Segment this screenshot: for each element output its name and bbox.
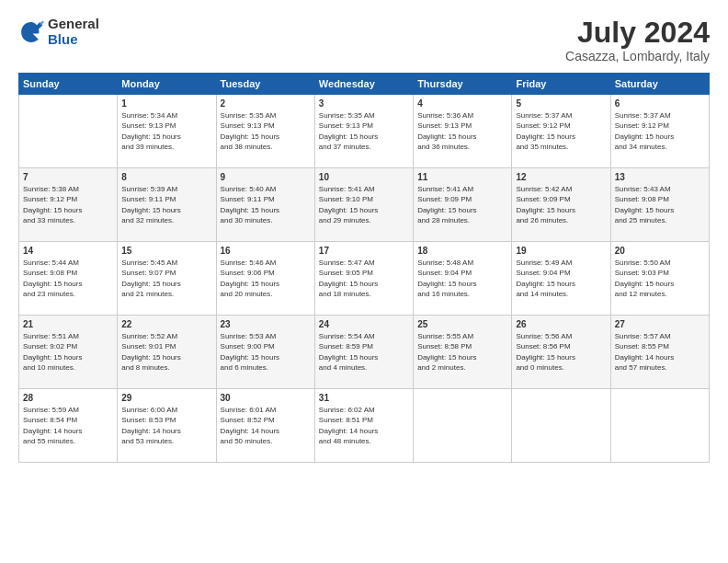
day-info: Sunrise: 5:41 AM Sunset: 9:09 PM Dayligh…	[417, 184, 507, 225]
calendar-cell	[414, 389, 512, 463]
day-info: Sunrise: 5:59 AM Sunset: 8:54 PM Dayligh…	[23, 405, 113, 446]
day-number: 9	[221, 172, 311, 182]
header-row: SundayMondayTuesdayWednesdayThursdayFrid…	[19, 74, 710, 95]
day-number: 13	[615, 172, 705, 182]
day-info: Sunrise: 5:52 AM Sunset: 9:01 PM Dayligh…	[121, 331, 211, 373]
day-info: Sunrise: 5:37 AM Sunset: 9:12 PM Dayligh…	[615, 110, 705, 152]
week-row-4: 21Sunrise: 5:51 AM Sunset: 9:02 PM Dayli…	[19, 316, 710, 389]
day-number: 8	[121, 172, 211, 182]
day-number: 4	[417, 98, 507, 109]
calendar-cell: 9Sunrise: 5:40 AM Sunset: 9:11 PM Daylig…	[216, 168, 314, 242]
week-row-2: 7Sunrise: 5:38 AM Sunset: 9:12 PM Daylig…	[19, 168, 710, 242]
column-header-tuesday: Tuesday	[216, 74, 314, 95]
calendar-cell: 31Sunrise: 6:02 AM Sunset: 8:51 PM Dayli…	[314, 389, 413, 463]
day-info: Sunrise: 5:54 AM Sunset: 8:59 PM Dayligh…	[319, 331, 409, 373]
day-info: Sunrise: 5:56 AM Sunset: 8:56 PM Dayligh…	[516, 331, 606, 373]
day-info: Sunrise: 5:34 AM Sunset: 9:13 PM Dayligh…	[121, 110, 211, 152]
calendar-cell: 22Sunrise: 5:52 AM Sunset: 9:01 PM Dayli…	[118, 316, 216, 389]
day-number: 19	[516, 246, 606, 256]
calendar-cell: 29Sunrise: 6:00 AM Sunset: 8:53 PM Dayli…	[118, 389, 216, 463]
calendar-cell	[512, 389, 610, 463]
month-title: July 2024	[565, 17, 710, 49]
day-info: Sunrise: 5:37 AM Sunset: 9:12 PM Dayligh…	[516, 110, 606, 152]
day-number: 3	[319, 98, 409, 109]
calendar-cell: 15Sunrise: 5:45 AM Sunset: 9:07 PM Dayli…	[118, 242, 216, 316]
calendar-cell: 13Sunrise: 5:43 AM Sunset: 9:08 PM Dayli…	[610, 168, 709, 242]
calendar-cell: 30Sunrise: 6:01 AM Sunset: 8:52 PM Dayli…	[216, 389, 314, 463]
calendar-cell: 4Sunrise: 5:36 AM Sunset: 9:13 PM Daylig…	[414, 95, 512, 168]
day-info: Sunrise: 6:00 AM Sunset: 8:53 PM Dayligh…	[121, 405, 211, 446]
day-info: Sunrise: 5:36 AM Sunset: 9:13 PM Dayligh…	[417, 110, 507, 152]
column-header-saturday: Saturday	[610, 74, 709, 95]
calendar-cell: 8Sunrise: 5:39 AM Sunset: 9:11 PM Daylig…	[118, 168, 216, 242]
day-number: 22	[121, 319, 211, 329]
day-info: Sunrise: 5:38 AM Sunset: 9:12 PM Dayligh…	[23, 184, 113, 225]
day-number: 16	[221, 246, 311, 256]
calendar-cell: 3Sunrise: 5:35 AM Sunset: 9:13 PM Daylig…	[314, 95, 413, 168]
day-number: 27	[615, 319, 705, 329]
day-number: 18	[417, 246, 507, 256]
day-info: Sunrise: 5:44 AM Sunset: 9:08 PM Dayligh…	[23, 258, 113, 299]
calendar-cell: 21Sunrise: 5:51 AM Sunset: 9:02 PM Dayli…	[19, 316, 118, 389]
day-info: Sunrise: 6:02 AM Sunset: 8:51 PM Dayligh…	[319, 405, 409, 446]
day-info: Sunrise: 5:35 AM Sunset: 9:13 PM Dayligh…	[221, 110, 311, 152]
day-info: Sunrise: 5:57 AM Sunset: 8:55 PM Dayligh…	[615, 331, 705, 373]
day-number: 21	[23, 319, 113, 329]
calendar-cell: 10Sunrise: 5:41 AM Sunset: 9:10 PM Dayli…	[314, 168, 413, 242]
day-info: Sunrise: 5:41 AM Sunset: 9:10 PM Dayligh…	[319, 184, 409, 225]
day-info: Sunrise: 5:39 AM Sunset: 9:11 PM Dayligh…	[121, 184, 211, 225]
day-info: Sunrise: 5:46 AM Sunset: 9:06 PM Dayligh…	[221, 258, 311, 299]
day-number: 10	[319, 172, 409, 182]
logo: General Blue	[18, 17, 99, 47]
calendar-cell: 19Sunrise: 5:49 AM Sunset: 9:04 PM Dayli…	[512, 242, 610, 316]
day-number: 5	[516, 98, 606, 109]
day-info: Sunrise: 5:55 AM Sunset: 8:58 PM Dayligh…	[417, 331, 507, 373]
calendar-cell: 16Sunrise: 5:46 AM Sunset: 9:06 PM Dayli…	[216, 242, 314, 316]
day-info: Sunrise: 5:42 AM Sunset: 9:09 PM Dayligh…	[516, 184, 606, 225]
day-info: Sunrise: 5:35 AM Sunset: 9:13 PM Dayligh…	[319, 110, 409, 152]
day-number: 17	[319, 246, 409, 256]
calendar-cell	[19, 95, 118, 168]
day-number: 12	[516, 172, 606, 182]
day-info: Sunrise: 5:48 AM Sunset: 9:04 PM Dayligh…	[417, 258, 507, 299]
day-number: 14	[23, 246, 113, 256]
calendar-cell: 24Sunrise: 5:54 AM Sunset: 8:59 PM Dayli…	[314, 316, 413, 389]
day-info: Sunrise: 5:51 AM Sunset: 9:02 PM Dayligh…	[23, 331, 113, 373]
logo-icon	[18, 19, 44, 45]
calendar-cell: 28Sunrise: 5:59 AM Sunset: 8:54 PM Dayli…	[19, 389, 118, 463]
day-number: 20	[615, 246, 705, 256]
day-info: Sunrise: 5:49 AM Sunset: 9:04 PM Dayligh…	[516, 258, 606, 299]
day-number: 30	[221, 393, 311, 403]
calendar-cell: 14Sunrise: 5:44 AM Sunset: 9:08 PM Dayli…	[19, 242, 118, 316]
calendar-cell: 18Sunrise: 5:48 AM Sunset: 9:04 PM Dayli…	[414, 242, 512, 316]
logo-blue: Blue	[48, 32, 99, 48]
day-number: 7	[23, 172, 113, 182]
day-info: Sunrise: 5:40 AM Sunset: 9:11 PM Dayligh…	[221, 184, 311, 225]
day-number: 2	[221, 98, 311, 109]
column-header-friday: Friday	[512, 74, 610, 95]
page: General Blue July 2024 Casazza, Lombardy…	[0, 0, 728, 563]
day-number: 6	[615, 98, 705, 109]
day-number: 15	[121, 246, 211, 256]
day-info: Sunrise: 5:53 AM Sunset: 9:00 PM Dayligh…	[221, 331, 311, 373]
day-number: 24	[319, 319, 409, 329]
week-row-5: 28Sunrise: 5:59 AM Sunset: 8:54 PM Dayli…	[19, 389, 710, 463]
day-number: 28	[23, 393, 113, 403]
calendar-cell: 6Sunrise: 5:37 AM Sunset: 9:12 PM Daylig…	[610, 95, 709, 168]
calendar-cell: 11Sunrise: 5:41 AM Sunset: 9:09 PM Dayli…	[414, 168, 512, 242]
location: Casazza, Lombardy, Italy	[565, 49, 710, 63]
logo-general: General	[48, 17, 99, 32]
day-info: Sunrise: 5:50 AM Sunset: 9:03 PM Dayligh…	[615, 258, 705, 299]
day-number: 23	[221, 319, 311, 329]
calendar-cell: 25Sunrise: 5:55 AM Sunset: 8:58 PM Dayli…	[414, 316, 512, 389]
title-area: July 2024 Casazza, Lombardy, Italy	[565, 17, 710, 63]
day-number: 1	[121, 98, 211, 109]
calendar-cell: 7Sunrise: 5:38 AM Sunset: 9:12 PM Daylig…	[19, 168, 118, 242]
calendar-cell: 1Sunrise: 5:34 AM Sunset: 9:13 PM Daylig…	[118, 95, 216, 168]
calendar-cell: 2Sunrise: 5:35 AM Sunset: 9:13 PM Daylig…	[216, 95, 314, 168]
day-info: Sunrise: 6:01 AM Sunset: 8:52 PM Dayligh…	[221, 405, 311, 446]
calendar-cell: 12Sunrise: 5:42 AM Sunset: 9:09 PM Dayli…	[512, 168, 610, 242]
column-header-wednesday: Wednesday	[314, 74, 413, 95]
day-info: Sunrise: 5:47 AM Sunset: 9:05 PM Dayligh…	[319, 258, 409, 299]
calendar-cell	[610, 389, 709, 463]
